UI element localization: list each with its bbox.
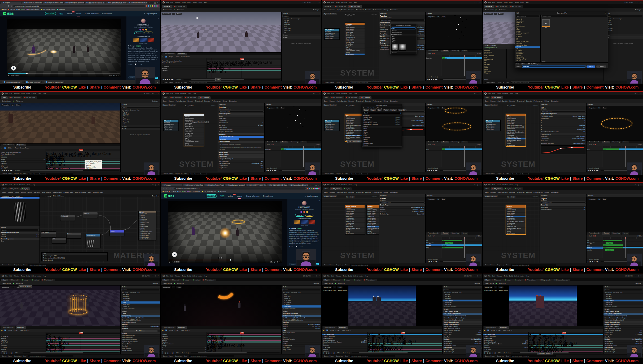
browser-tab[interactable]: Magic Box-game special effect... (64, 2, 84, 4)
details-row[interactable]: Ignore Radial Impulse (121, 335, 160, 337)
content-drawer-button[interactable]: Content Drawer (324, 355, 334, 357)
outliner-item[interactable]: DirectionalL (443, 301, 482, 304)
search-tracks-field[interactable]: Search Tracks (503, 330, 512, 331)
bookmark-item[interactable]: dev (21, 8, 25, 10)
cmd-dropdown[interactable]: Cmd (506, 355, 509, 357)
close-icon[interactable]: × (479, 184, 480, 186)
site-nav-item[interactable]: Find 特效 (206, 194, 217, 198)
menubar-item[interactable]: Build (509, 275, 513, 277)
property-row[interactable]: Spawn Rate (540, 204, 586, 207)
viewport-control-chip[interactable]: Lit (494, 286, 497, 288)
toolbar-button[interactable]: Preview State (64, 191, 73, 193)
outliner-item[interactable]: Floor (121, 301, 160, 304)
minimize-icon[interactable]: — (635, 93, 636, 94)
outliner-item[interactable]: seq (121, 123, 160, 125)
outliner-item[interactable]: Frisbee Thr (282, 297, 321, 300)
select-mode-dropdown[interactable]: Select Mode (163, 9, 172, 11)
timeline-track-bar[interactable]: Fountain (281, 148, 321, 151)
property-row[interactable]: Loop Duration3.0 (218, 167, 264, 169)
settings-dropdown[interactable]: Settings (313, 9, 319, 11)
menubar-item[interactable]: Build (509, 2, 513, 3)
minimize-icon[interactable]: — (152, 93, 154, 94)
popup-menu-item[interactable]: Constraints (362, 137, 402, 139)
cmd-dropdown[interactable]: Cmd (23, 264, 27, 266)
menubar-item[interactable]: Help (43, 93, 46, 94)
work-thumbnail[interactable] (294, 220, 300, 225)
viewport-control-chip[interactable]: Perspective (1, 104, 10, 106)
outliner-columns[interactable]: Item Label ▲ Sequencer Type (121, 109, 160, 111)
system-node-title[interactable]: FX_shield (325, 120, 339, 122)
track-bar[interactable]: Transform (46, 345, 120, 347)
filter-chip[interactable]: Developer (390, 109, 397, 111)
details-row[interactable]: Desc (0, 240, 40, 242)
outliner-item[interactable]: Volumetric (121, 115, 160, 117)
username[interactable]: 2316908090 (298, 206, 310, 208)
details-row[interactable]: Cine Camera Actor (Instance) (603, 313, 643, 315)
outliner-columns[interactable]: Item Label ▲ Sequencer Type (121, 291, 160, 293)
outliner-item[interactable]: Flying Back (603, 28, 643, 30)
timeline-tab[interactable]: Niagara Log (450, 50, 460, 52)
viewport[interactable]: PerspectiveLitShow (161, 12, 281, 52)
system-node[interactable]: FX_shield PropertiesUser ParametersSyste… (324, 120, 340, 131)
track-label[interactable]: Spawned (322, 349, 368, 350)
timeline-tab[interactable]: Preview Scene S... (587, 232, 602, 235)
timeline-scrollbar[interactable] (23, 352, 119, 353)
property-row[interactable]: Gravity Force (379, 204, 425, 207)
track-label[interactable]: FX Hit Flash (322, 347, 368, 349)
track-label[interactable]: Cine Camera Actor (483, 334, 528, 336)
preview-viewport[interactable]: Preview PerspectiveLitShow (587, 103, 643, 141)
toolbar-button[interactable]: Hide Unrelated (75, 191, 86, 193)
property-row[interactable]: Set (PARTICLES) Position (540, 113, 586, 115)
details-row[interactable]: Draw Debug Look at Trackin... (443, 328, 482, 330)
details-row[interactable]: Dirt Mask (282, 340, 321, 343)
maximize-icon[interactable]: ▢ (315, 184, 317, 186)
login-register-link[interactable]: ☁Log in register (304, 195, 318, 197)
toolbar-button[interactable]: Performance (373, 9, 382, 11)
toolbar-button[interactable]: Performance (373, 100, 382, 102)
menubar-item[interactable]: Tools (182, 2, 186, 3)
timeline-tab[interactable]: Niagara Log (611, 141, 621, 143)
bookmark-item[interactable]: All CGStuff-aBond... (27, 8, 40, 10)
console-input[interactable]: Enter Console Command (28, 173, 73, 175)
preview-control-chip[interactable]: Lit (597, 107, 601, 109)
add-track-button[interactable]: + Track (335, 330, 340, 331)
property-row[interactable]: PARTICLES PositionConvert Vector Con... (540, 115, 586, 118)
track-bar[interactable]: FX Projectile (46, 166, 120, 168)
details-row[interactable]: Actor to TrackNone (443, 332, 482, 334)
asset-tab[interactable]: Map (162, 279, 169, 281)
outliner-item[interactable]: Volumetric (603, 297, 643, 300)
track-bar[interactable]: Weight1.0 (46, 159, 120, 161)
menubar-item[interactable]: Build (26, 93, 30, 94)
timeline-track-bar[interactable]: streaks (603, 249, 643, 251)
select-mode-dropdown[interactable]: Select Mode (324, 283, 333, 284)
track-bar[interactable]: Spawned (207, 68, 281, 69)
console-input[interactable]: Enter Console Command (28, 264, 73, 266)
asset-tab[interactable]: Untitled4 (323, 5, 333, 8)
popup-menu-item[interactable]: Paste (391, 39, 417, 41)
system-overview-tab[interactable]: System Overview (484, 195, 498, 197)
dialog-close-icon[interactable]: × (605, 12, 606, 14)
menubar-item[interactable]: Window (14, 93, 19, 94)
window-buttons[interactable]: —▢× (635, 275, 641, 277)
timeline-track-label[interactable]: ring (587, 244, 603, 247)
menubar-item[interactable]: Window (175, 275, 180, 277)
outliner-item[interactable]: seq (603, 32, 643, 34)
minimize-icon[interactable]: — (474, 1, 475, 3)
filter-chip[interactable]: Library Only (398, 109, 406, 111)
menubar-item[interactable]: Tools (509, 184, 513, 186)
outliner-search[interactable]: Search... (604, 15, 642, 17)
system-node-row[interactable]: System State (325, 38, 339, 40)
cmd-dropdown[interactable]: Cmd (184, 173, 187, 174)
details-row[interactable]: Mobile Depth of Field (282, 332, 321, 334)
track-bar[interactable]: Spawned (207, 334, 281, 336)
toolbar-button[interactable]: Save (163, 100, 167, 102)
extension-icons[interactable] (146, 5, 159, 7)
sequencer-tab[interactable]: Sequencer (338, 326, 348, 329)
system-overview-tab[interactable]: System Overview (323, 13, 337, 15)
asset-tab[interactable]: Map (1, 279, 8, 281)
property-row[interactable]: Sim TargetCPU Sim (218, 124, 264, 127)
timeline-track-bar[interactable]: Fountain (442, 57, 482, 59)
track-bar[interactable]: Manual Focus Distance (Focus...100000.0 (529, 343, 603, 345)
toolbar-button[interactable]: Search (21, 191, 26, 193)
details-row[interactable]: Bake Materials (123, 330, 158, 332)
